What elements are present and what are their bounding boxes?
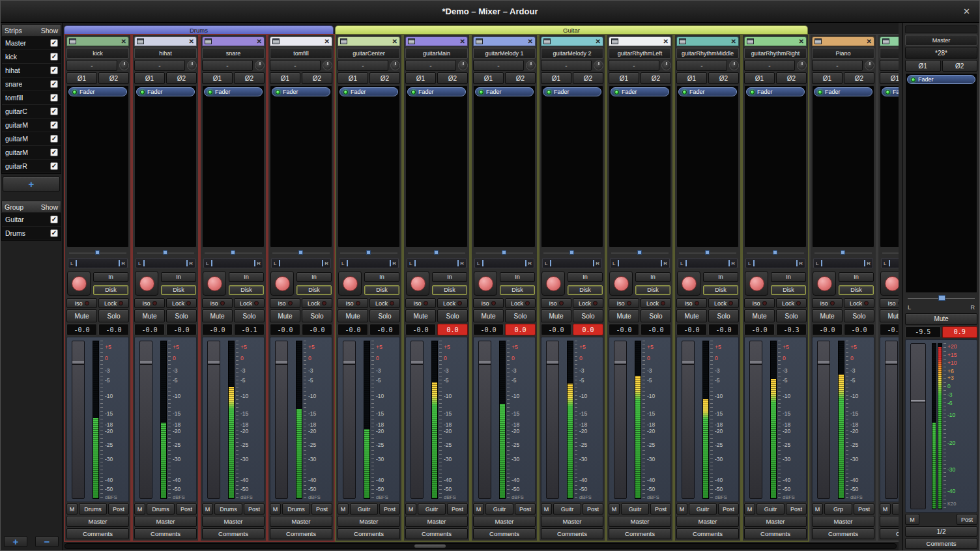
peak-display[interactable]: -0.1 <box>234 324 265 335</box>
record-arm-button[interactable] <box>541 271 565 296</box>
invert-1-button[interactable]: Ø1 <box>405 72 436 84</box>
comments-button[interactable]: Comments <box>134 528 197 539</box>
processor-box[interactable]: Fader <box>473 85 536 247</box>
master-invert-2-button[interactable]: Ø2 <box>942 60 978 72</box>
window-icon[interactable] <box>340 38 347 44</box>
group-button[interactable]: Guitr <box>418 503 446 515</box>
gain-display[interactable]: -0.0 <box>812 324 843 335</box>
meter-point-button[interactable]: Post <box>583 503 603 515</box>
processor-box[interactable]: Fader <box>609 85 671 247</box>
mute-button[interactable]: Mute <box>405 309 436 322</box>
solo-button[interactable]: Solo <box>505 309 536 322</box>
window-icon[interactable] <box>611 38 618 44</box>
group-button[interactable]: Guitr <box>553 503 581 515</box>
comments-button[interactable]: Comments <box>473 528 536 539</box>
processor-box[interactable]: Fader <box>676 85 739 247</box>
pan-width-track[interactable] <box>136 249 195 257</box>
fader[interactable] <box>478 341 491 499</box>
input-monitor-button[interactable]: In <box>703 272 738 282</box>
pan-width-track[interactable] <box>339 249 399 257</box>
fader-handle[interactable] <box>276 361 287 365</box>
solo-button[interactable]: Solo <box>844 309 874 322</box>
close-icon[interactable]: ✕ <box>663 38 669 45</box>
gain-display[interactable]: -0.0 <box>541 324 571 335</box>
solo-lock-button[interactable]: Lock <box>776 298 807 308</box>
invert-1-button[interactable]: Ø1 <box>66 72 97 84</box>
gain-display[interactable]: -0.0 <box>134 324 165 335</box>
meter-bar[interactable] <box>838 341 844 499</box>
trim-control[interactable]: - <box>338 60 388 71</box>
pan-handle[interactable] <box>637 250 642 255</box>
pan-handle[interactable] <box>231 250 235 255</box>
peak-display[interactable]: -0.0 <box>166 324 197 335</box>
invert-1-button[interactable]: Ø1 <box>270 72 300 84</box>
solo-button[interactable]: Solo <box>641 309 671 322</box>
mute-button[interactable]: Mute <box>202 309 233 322</box>
fader[interactable] <box>546 341 559 499</box>
fader-processor-entry[interactable]: Fader <box>407 87 466 96</box>
record-arm-button[interactable] <box>135 271 158 296</box>
disk-monitor-button[interactable]: Disk <box>568 285 603 295</box>
strip-list-item-kick[interactable]: kick✓ <box>2 50 61 64</box>
mute-button[interactable]: Mute <box>744 309 775 322</box>
processor-box[interactable]: Fader <box>134 85 197 247</box>
meter-bar[interactable] <box>431 341 438 499</box>
strip-name-button[interactable]: hihat <box>134 48 197 59</box>
input-monitor-button[interactable]: In <box>161 272 196 282</box>
solo-isolate-button[interactable]: Iso <box>744 298 775 308</box>
solo-lock-button[interactable]: Lock <box>641 298 671 308</box>
strip-list-item-guitarr[interactable]: guitarR✓ <box>2 160 61 173</box>
fader-processor-entry[interactable]: Fader <box>475 87 534 96</box>
mono-button[interactable]: M <box>676 503 687 515</box>
fader[interactable] <box>275 341 288 499</box>
pan-position-bar[interactable]: L R <box>745 258 805 268</box>
meter-bar[interactable] <box>160 341 167 499</box>
strip-name-button[interactable]: tomfill <box>270 48 332 59</box>
trim-control[interactable]: - <box>66 60 117 71</box>
output-button[interactable]: Master <box>405 516 468 527</box>
pan-handle[interactable] <box>298 250 303 255</box>
pan-width-track[interactable] <box>881 249 899 257</box>
mute-button[interactable]: Mute <box>270 309 300 322</box>
trim-knob[interactable] <box>729 61 739 70</box>
processor-box[interactable]: Fader <box>812 85 874 247</box>
peak-display[interactable]: -0.0 <box>98 324 129 335</box>
solo-button[interactable]: Solo <box>437 309 468 322</box>
group-button[interactable]: Guitr <box>485 503 513 515</box>
comments-button[interactable]: Comments <box>812 528 874 539</box>
pan-handle[interactable] <box>95 250 100 255</box>
comments-button[interactable]: Comments <box>880 528 899 539</box>
trim-control[interactable]: - <box>405 60 456 71</box>
solo-lock-button[interactable]: Lock <box>166 298 197 308</box>
strip-name-button[interactable]: st <box>880 48 899 59</box>
master-peak-display[interactable]: 0.9 <box>942 326 978 338</box>
strip-name-button[interactable]: guitarMelody 2 <box>541 48 603 59</box>
window-icon[interactable] <box>137 38 144 44</box>
record-arm-button[interactable] <box>270 271 294 296</box>
output-button[interactable]: Master <box>880 516 899 527</box>
master-io-button[interactable]: *28* <box>905 47 977 59</box>
disk-monitor-button[interactable]: Disk <box>500 285 535 295</box>
mono-button[interactable]: M <box>405 503 416 515</box>
pan-handle[interactable] <box>938 295 945 301</box>
pan-handle[interactable] <box>366 250 371 255</box>
checkbox[interactable]: ✓ <box>50 80 58 88</box>
pan-position-bar[interactable]: L R <box>542 258 602 268</box>
checkbox[interactable]: ✓ <box>50 107 58 115</box>
solo-button[interactable]: Solo <box>369 309 400 322</box>
window-icon[interactable] <box>69 38 76 44</box>
record-arm-button[interactable] <box>609 271 633 296</box>
disk-monitor-button[interactable]: Disk <box>364 285 399 295</box>
solo-isolate-button[interactable]: Iso <box>676 298 707 308</box>
mono-button[interactable]: M <box>202 503 213 515</box>
checkbox[interactable]: ✓ <box>50 135 58 143</box>
window-icon[interactable] <box>543 38 551 44</box>
input-monitor-button[interactable]: In <box>635 272 670 282</box>
output-button[interactable]: Master <box>744 516 807 527</box>
trim-knob[interactable] <box>594 61 603 70</box>
pan-width-track[interactable] <box>203 249 263 257</box>
fader-processor-entry[interactable]: Fader <box>204 87 263 96</box>
strip-list-item-snare[interactable]: snare✓ <box>2 78 61 91</box>
meter-point-button[interactable]: Post <box>447 503 468 515</box>
scrollbar-thumb[interactable] <box>414 544 446 548</box>
